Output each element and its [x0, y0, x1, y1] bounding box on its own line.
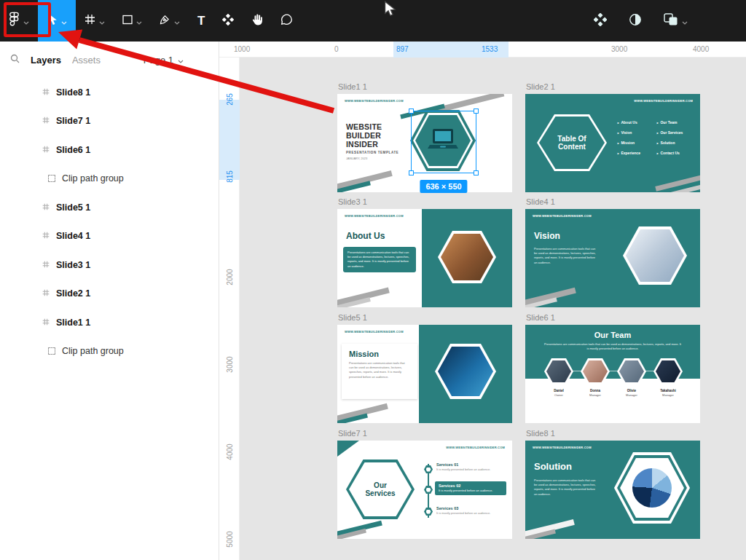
- variants-button[interactable]: [664, 13, 688, 29]
- frame-label[interactable]: Slide3 1: [338, 197, 367, 206]
- frame-label[interactable]: Slide8 1: [526, 429, 555, 438]
- bullet-inner: [426, 488, 431, 492]
- member-role: Manager: [581, 393, 610, 397]
- layer-row-slide3[interactable]: Slide3 1: [0, 251, 219, 280]
- service-name: Services 01: [436, 462, 503, 467]
- library-icon[interactable]: [594, 13, 607, 29]
- slide7-frame[interactable]: WWW.WEBSITEBUILDERINSIDER.COM Our Servic…: [337, 441, 512, 539]
- search-icon[interactable]: [10, 54, 20, 66]
- page-selector[interactable]: Page 1: [144, 55, 184, 66]
- text-tool[interactable]: T: [189, 0, 213, 42]
- slide3-body: Presentations are communication tools th…: [348, 251, 412, 269]
- layer-row-slide4[interactable]: Slide4 1: [0, 222, 219, 251]
- canvas[interactable]: Slide1 1 WWW.WEBSITEBUILDERINSIDER.COM W…: [240, 58, 746, 560]
- photo-charts: [626, 229, 684, 282]
- body-card: Mission Presentations are communication …: [342, 344, 417, 399]
- hand-tool[interactable]: [243, 0, 272, 42]
- slide-url: WWW.WEBSITEBUILDERINSIDER.COM: [533, 446, 592, 449]
- slide2-group: Slide2 1 WWW.WEBSITEBUILDERINSIDER.COM T…: [525, 94, 700, 192]
- hexagon-outline: Our Services: [346, 460, 415, 519]
- selection-box[interactable]: [411, 111, 476, 173]
- layer-row-slide6[interactable]: Slide6 1: [0, 135, 219, 165]
- slide3-frame[interactable]: WWW.WEBSITEBUILDERINSIDER.COM About Us P…: [337, 209, 512, 307]
- hexagon-inner: Our Services: [349, 462, 412, 516]
- tab-assets[interactable]: Assets: [72, 55, 101, 66]
- hexagon-inner: Table Of Content: [539, 117, 605, 169]
- frame-tool[interactable]: [76, 0, 114, 42]
- bullet-hexagon: [424, 486, 433, 494]
- service-item-highlighted: Services 02 It is mostly presented befor…: [435, 481, 506, 495]
- pen-tool[interactable]: [151, 0, 189, 42]
- clip-path-icon: [48, 175, 55, 182]
- layer-row-slide5[interactable]: Slide5 1: [0, 193, 219, 222]
- layer-row-slide8[interactable]: Slide8 1: [0, 78, 219, 107]
- slide6-frame[interactable]: Our Team Presentations are communication…: [525, 325, 700, 423]
- slide8-frame[interactable]: WWW.WEBSITEBUILDERINSIDER.COM Solution P…: [525, 441, 700, 539]
- chevron-down-icon: [178, 55, 184, 66]
- slide-url: WWW.WEBSITEBUILDERINSIDER.COM: [533, 214, 592, 218]
- slide6-body: Presentations are communication tools th…: [543, 342, 682, 351]
- ruler-tick-label: 2000: [226, 267, 234, 288]
- layer-label: Clip path group: [62, 173, 124, 184]
- layer-row-slide1[interactable]: Slide1 1: [0, 308, 219, 337]
- slide-url: WWW.WEBSITEBUILDERINSIDER.COM: [345, 99, 404, 103]
- layer-row-clip-path-group[interactable]: Clip path group: [0, 337, 219, 366]
- hexagon-photo-ring: [623, 226, 687, 285]
- ruler-tick-label: 4000: [693, 45, 709, 53]
- move-tool[interactable]: [38, 0, 76, 42]
- slide-url: WWW.WEBSITEBUILDERINSIDER.COM: [634, 99, 693, 103]
- hexagon-ring: [614, 452, 690, 524]
- layers-panel: Layers Assets Page 1 Slide8 1 Slide7 1 S…: [0, 42, 219, 560]
- pie-chart: [632, 468, 672, 508]
- resources-tool[interactable]: [213, 0, 243, 42]
- comment-tool[interactable]: [272, 0, 302, 42]
- hexagon-gap: [617, 455, 687, 521]
- frame-label[interactable]: Slide7 1: [338, 429, 367, 438]
- layer-row-clip-path-group[interactable]: Clip path group: [0, 165, 219, 194]
- component-diamonds-icon: [222, 14, 234, 28]
- slide1-subtitle: PRESENTATION TEMPLATE: [346, 151, 398, 154]
- pen-tool-icon: [160, 14, 170, 28]
- service-desc: It is mostly presented before an audienc…: [436, 511, 503, 516]
- toc-item: Our Services: [656, 130, 683, 135]
- selection-handle-se[interactable]: [474, 170, 479, 176]
- layer-label: Slide5 1: [56, 202, 90, 213]
- frame-label[interactable]: Slide6 1: [526, 313, 555, 322]
- slide3-group: Slide3 1 WWW.WEBSITEBUILDERINSIDER.COM A…: [337, 209, 512, 307]
- bullet-inner: [426, 510, 431, 514]
- frame-icon: [42, 116, 50, 126]
- layer-label: Slide7 1: [56, 116, 90, 126]
- move-cursor-icon: [47, 13, 58, 28]
- chevron-down-icon: [682, 15, 688, 28]
- text-tool-icon: T: [197, 15, 205, 27]
- slide5-frame[interactable]: WWW.WEBSITEBUILDERINSIDER.COM Mission Pr…: [337, 325, 512, 423]
- shape-tool[interactable]: [114, 0, 151, 42]
- member-name: Olivie: [617, 389, 646, 393]
- layer-label: Slide8 1: [56, 87, 90, 98]
- selection-handle-sw[interactable]: [409, 170, 414, 176]
- tab-layers[interactable]: Layers: [31, 55, 61, 66]
- service-name: Services 02: [439, 484, 503, 488]
- main-menu-button[interactable]: [0, 0, 38, 42]
- layer-row-slide7[interactable]: Slide7 1: [0, 107, 219, 136]
- frame-icon: [42, 231, 50, 241]
- frame-label[interactable]: Slide4 1: [526, 197, 555, 206]
- mask-icon[interactable]: [629, 13, 642, 29]
- bullet-hexagon: [424, 465, 433, 473]
- ruler-tick-label: 897: [396, 45, 409, 53]
- frame-label[interactable]: Slide1 1: [338, 82, 367, 91]
- slide4-frame[interactable]: WWW.WEBSITEBUILDERINSIDER.COM Vision Pre…: [525, 209, 700, 307]
- frame-label[interactable]: Slide5 1: [338, 313, 367, 322]
- frame-label[interactable]: Slide2 1: [526, 82, 555, 91]
- vertical-ruler: 265 815 2000 3000 4000 5000: [219, 58, 240, 560]
- selection-handle-nw[interactable]: [409, 109, 414, 114]
- member-role: Owner: [544, 393, 573, 397]
- slide2-frame[interactable]: WWW.WEBSITEBUILDERINSIDER.COM Table Of C…: [525, 94, 700, 192]
- selection-handle-ne[interactable]: [474, 109, 479, 114]
- slide7-title: Our Services: [361, 481, 399, 498]
- chevron-down-icon: [99, 15, 105, 28]
- layer-row-slide2[interactable]: Slide2 1: [0, 280, 219, 309]
- member-role: Manager: [617, 393, 646, 397]
- photo-member: [583, 360, 608, 382]
- corner-decor: [337, 441, 359, 457]
